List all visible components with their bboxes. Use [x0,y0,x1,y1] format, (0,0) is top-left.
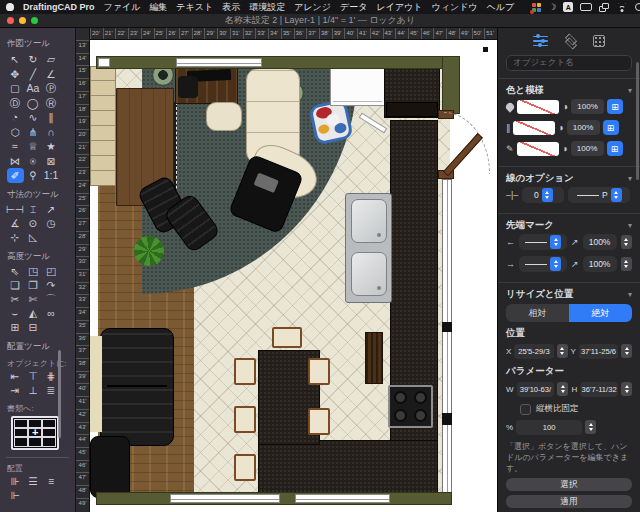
space-right-icon[interactable]: ⊩ [7,489,23,503]
leader-arrow-icon[interactable]: ↗ [43,203,59,217]
fill-opacity-value[interactable]: 100% [571,99,604,114]
top-wall[interactable] [96,56,460,69]
line-width-dropdown[interactable]: 0 [522,187,564,203]
focus-moon-icon[interactable]: ☽ [548,3,556,12]
layers-tab-icon[interactable] [564,35,577,47]
polyline-tool-icon[interactable]: ∠ [43,67,59,82]
aspect-ratio-checkbox[interactable] [520,404,531,415]
horizontal-ruler[interactable]: 20'21'22'23'24'25'26'27'28'29'30'31'32'3… [90,28,497,40]
cut-icon[interactable]: ✂ [7,293,23,307]
menu-item[interactable]: レイアウト [376,1,422,14]
wifi-icon[interactable] [616,3,628,12]
relative-button[interactable]: 相対 [506,304,569,322]
duplicate-icon[interactable]: ❏ [7,279,23,293]
align-left-icon[interactable]: ⇤ [7,370,23,384]
x-stepper[interactable] [557,344,568,358]
arc-edit-icon[interactable]: ⌒ [43,293,59,307]
window[interactable] [170,494,280,503]
line-tool-icon[interactable]: ╱ [25,67,41,82]
array-duplicate-icon[interactable]: ❐ [25,279,41,293]
reshape-icon[interactable]: ◳ [25,265,41,279]
corner-edit-icon[interactable]: ◰ [43,265,59,279]
parallel-line-tool-icon[interactable]: ∥ [43,110,59,125]
stove[interactable] [388,385,433,428]
dining-chair[interactable] [308,358,330,385]
absolute-button[interactable]: 絶対 [569,304,632,322]
menu-item[interactable]: 編集 [149,1,167,14]
display-icon[interactable] [580,3,592,11]
group-icon[interactable]: ⊞ [7,321,23,335]
flip-rotate-icon[interactable]: ↷ [43,279,59,293]
space-middle-icon[interactable]: ≡ [43,475,59,489]
ornament-tool-icon[interactable]: ♕ [25,139,41,154]
floor-plan-page[interactable] [90,40,497,512]
resize-section-header[interactable]: リサイズと位置 ▾ [506,288,632,300]
mirror-icon[interactable]: ◭ [25,307,41,321]
dining-chair[interactable] [234,406,256,433]
properties-tab-icon[interactable] [533,36,548,47]
bookshelf[interactable] [90,66,116,186]
node-edit-icon[interactable]: ⌣ [7,307,23,321]
menu-item[interactable]: テキスト [176,1,213,14]
armchair[interactable] [90,436,130,498]
menu-item[interactable]: ヘルプ [487,1,515,14]
right-window-wall[interactable] [442,179,452,495]
app-menu-title[interactable]: DraftingCAD Pro [23,2,95,12]
space-left-icon[interactable]: ⊪ [7,475,23,489]
start-arrow-size[interactable]: 100% [583,234,617,250]
input-method-icon[interactable]: A [563,2,573,12]
protractor-icon[interactable]: ⊙ [25,217,41,231]
arch-tool-icon[interactable]: ∩ [43,125,59,140]
radius-circle-tool-icon[interactable]: Ⓡ [43,96,59,111]
y-field[interactable]: 37'11-25/6 [579,344,618,359]
pattern-tab-icon[interactable] [593,35,605,47]
arc-tool-icon[interactable]: ◔ [7,110,23,125]
end-size-stepper[interactable] [621,257,632,271]
menu-item[interactable]: アレンジ [294,1,331,14]
line-width-stepper[interactable] [542,188,553,202]
align-right-icon[interactable]: ⇥ [7,384,23,398]
window[interactable] [295,494,390,503]
desk-monitor[interactable] [178,76,198,98]
drawing-canvas[interactable]: 20'21'22'23'24'25'26'27'28'29'30'31'32'3… [90,28,497,512]
apple-menu-icon[interactable] [6,3,14,11]
chevron-down-icon[interactable]: ▾ [628,290,632,299]
linear-dimension-icon[interactable]: ⊢⊣ [7,203,23,217]
line-style-dropdown[interactable]: P [568,187,630,203]
star-tool-icon[interactable]: ★ [43,139,59,154]
align-bottom-icon[interactable]: ⊥ [25,384,41,398]
window-mullion[interactable] [442,322,452,332]
curve-tool-icon[interactable]: ∿ [25,110,41,125]
diameter-circle-tool-icon[interactable]: Ⓓ [7,96,23,111]
pen-pattern-button[interactable]: ⊞ [607,141,623,156]
arrow-marks-header[interactable]: 先端マーク ▾ [506,219,632,231]
object-name-input[interactable]: オブジェクト名 [506,55,632,71]
start-arrow-dropdown[interactable] [519,234,567,250]
shelf-rack[interactable] [365,332,383,384]
eyedropper-tool-icon[interactable]: ✐ [7,168,24,183]
menu-item[interactable]: ウィンドウ [432,1,478,14]
stroke-opacity-value[interactable]: 100% [567,120,600,135]
selection-handle[interactable] [483,47,488,52]
slope-dimension-icon[interactable]: ◺ [25,231,41,245]
dining-chair[interactable] [234,454,256,481]
color-section-header[interactable]: 色と模様 ▾ [506,84,632,96]
corner-wall[interactable] [442,56,460,114]
menu-item[interactable]: ファイル [104,1,141,14]
percent-stepper[interactable] [585,420,596,434]
pen-swatch[interactable] [517,142,559,156]
pan-tool-icon[interactable]: ✥ [7,67,23,82]
black-sofa[interactable] [100,328,174,446]
stage-manager-icon[interactable] [599,3,609,12]
text-tool-icon[interactable]: Aa [25,81,41,96]
dining-chair[interactable] [308,408,330,435]
desk-chair[interactable] [206,102,242,131]
end-arrow-size[interactable]: 100% [583,256,617,272]
start-size-stepper[interactable] [621,235,632,249]
document-anchor-grid[interactable] [11,416,59,450]
window[interactable] [98,58,110,67]
rotate-tool-icon[interactable]: ↻ [25,52,41,67]
dining-chair[interactable] [272,327,302,348]
rounded-rect-tool-icon[interactable]: Ⓟ [43,81,59,96]
bottom-counter[interactable] [258,440,438,496]
